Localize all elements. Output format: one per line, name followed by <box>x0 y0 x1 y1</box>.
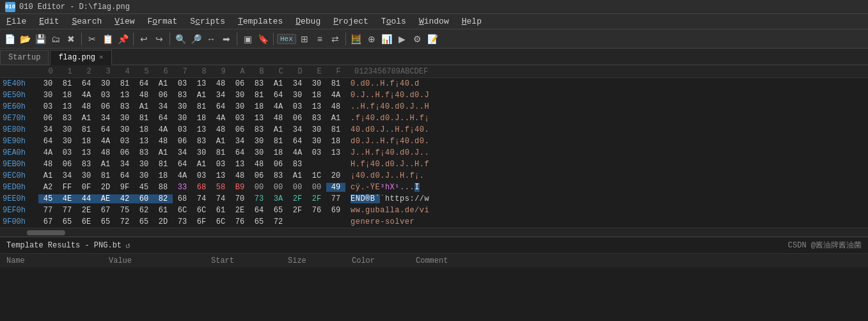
save-button[interactable]: 💾 <box>33 32 47 46</box>
tab-flag-png[interactable]: flag.png × <box>50 50 111 65</box>
open-button[interactable]: 📂 <box>18 32 32 46</box>
byte-1[interactable]: 81 <box>58 79 77 88</box>
ascii-9e90: d0.J..H.f¡40.d0. <box>351 137 440 146</box>
horizontal-scrollbar[interactable] <box>0 228 868 237</box>
col-7: 7 <box>175 67 194 76</box>
sep5 <box>273 33 274 45</box>
row-9e80: 9E80h 34 30 81 64 30 18 4A 03 13 48 06 8… <box>0 124 868 136</box>
undo-button[interactable]: ↩ <box>137 32 151 46</box>
ascii-9f00: genere-solver <box>351 217 440 226</box>
paste-button[interactable]: 📌 <box>116 32 130 46</box>
template-button[interactable]: 📝 <box>426 32 440 46</box>
row-9f00: 9F00h 67 65 6E 65 72 65 2D 73 6F 6C 76 6… <box>0 216 868 228</box>
byte-9[interactable]: 48 <box>211 79 230 88</box>
row-9ed0: 9ED0h A2 FF 0F 2D 9F 45 88 33 68 58 B9 0… <box>0 182 868 193</box>
byte-c[interactable]: A1 <box>269 79 288 88</box>
ascii-9ee0: END®B``https://w <box>351 194 440 203</box>
menu-view[interactable]: View <box>108 14 141 29</box>
ascii-9eb0: H.f¡40.d0.J..H.f <box>351 160 440 169</box>
menu-search[interactable]: Search <box>65 14 108 29</box>
byte-3[interactable]: 30 <box>96 79 115 88</box>
ascii-9e40: 0.d0..H.f¡40.d <box>351 79 440 88</box>
menu-debug[interactable]: Debug <box>289 14 327 29</box>
endian-button[interactable]: ⇄ <box>328 32 342 46</box>
menu-edit[interactable]: Edit <box>33 14 65 29</box>
compare-button[interactable]: ⊕ <box>365 32 379 46</box>
menu-tools[interactable]: Tools <box>375 14 413 29</box>
byte-5[interactable]: 64 <box>134 79 154 88</box>
row-9e90: 9E90h 64 30 18 4A 03 13 48 06 83 A1 34 3… <box>0 136 868 147</box>
col-c: C <box>271 67 290 76</box>
ascii-9ea0: J..H.f¡40.d0.J.. <box>351 148 440 157</box>
row-9ef0: 9EF0h 77 77 2E 67 75 62 61 6C 6C 61 2E 6… <box>0 205 868 216</box>
ascii-header: 0123456789ABCDEF <box>354 67 428 76</box>
menu-format[interactable]: Format <box>141 14 184 29</box>
close-button[interactable]: ✖ <box>64 32 78 46</box>
byte-0[interactable]: 30 <box>38 79 58 88</box>
select-button[interactable]: ▣ <box>241 32 255 46</box>
menu-file[interactable]: File <box>0 14 33 29</box>
addr-9e80: 9E80h <box>0 125 38 134</box>
col-1: 1 <box>60 67 79 76</box>
find-button[interactable]: 🔍 <box>173 32 187 46</box>
addr-9eb0: 9EB0h <box>0 160 38 169</box>
byte-8[interactable]: 13 <box>192 79 211 88</box>
byte-f[interactable]: 81 <box>326 79 345 88</box>
byte-6[interactable]: A1 <box>154 79 173 88</box>
menu-window[interactable]: Window <box>413 14 455 29</box>
byte-b[interactable]: 83 <box>249 79 269 88</box>
row-9ec0: 9EC0h A1 34 30 81 64 30 18 4A 03 13 48 0… <box>0 170 868 182</box>
replace-button[interactable]: ↔ <box>204 32 218 46</box>
addr-9ed0: 9ED0h <box>0 183 38 192</box>
new-button[interactable]: 📄 <box>3 32 17 46</box>
copy-button[interactable]: 📋 <box>100 32 114 46</box>
cut-button[interactable]: ✂ <box>85 32 99 46</box>
col-button[interactable]: ≡ <box>313 32 327 46</box>
col-4: 4 <box>118 67 137 76</box>
template-table-header: Name Value Start Size Color Comment <box>0 253 868 267</box>
template-results-icon[interactable]: ↺ <box>125 240 130 251</box>
run-button[interactable]: ▶ <box>395 32 409 46</box>
template-results-bar: Template Results - PNG.bt ↺ CSDN @酱油牌酱油菌 <box>0 237 868 253</box>
goto-button[interactable]: ➡ <box>219 32 233 46</box>
col-comment: Comment <box>416 256 544 265</box>
menu-project[interactable]: Project <box>327 14 375 29</box>
bookmark-button[interactable]: 🔖 <box>256 32 270 46</box>
addr-9ec0: 9EC0h <box>0 171 38 180</box>
hex-data-area: 9E40h 30 81 64 30 81 64 A1 03 13 48 06 8… <box>0 78 868 228</box>
byte-2[interactable]: 64 <box>77 79 96 88</box>
menu-templates[interactable]: Templates <box>232 14 289 29</box>
addr-9ea0: 9EA0h <box>0 148 38 157</box>
col-0: 0 <box>41 67 60 76</box>
hex-mode-button[interactable]: ⊞ <box>297 32 312 46</box>
byte-d[interactable]: 34 <box>288 79 307 88</box>
find-all-button[interactable]: 🔎 <box>189 32 203 46</box>
col-9: 9 <box>214 67 233 76</box>
ascii-9ed0: cÿ.-ŸE³hX¹...I <box>351 183 440 192</box>
tab-close-button[interactable]: × <box>99 54 104 61</box>
tab-bar: Startup flag.png × <box>0 49 868 65</box>
ascii-9e50: 0.J..H.f¡40.d0.J <box>351 91 440 100</box>
col-6: 6 <box>156 67 175 76</box>
chart-button[interactable]: 📊 <box>380 32 394 46</box>
menu-scripts[interactable]: Scripts <box>184 14 232 29</box>
byte-e[interactable]: 30 <box>307 79 326 88</box>
debug-run-button[interactable]: ⚙ <box>411 32 425 46</box>
byte-a[interactable]: 06 <box>230 79 249 88</box>
ascii-9ec0: ¡40.d0.J..H.f¡. <box>351 171 440 180</box>
addr-9f00: 9F00h <box>0 217 38 226</box>
byte-7[interactable]: 03 <box>173 79 192 88</box>
calc-button[interactable]: 🧮 <box>349 32 363 46</box>
save-all-button[interactable]: 🗂 <box>49 32 63 46</box>
sep3 <box>170 33 170 45</box>
byte-4[interactable]: 81 <box>115 79 134 88</box>
redo-button[interactable]: ↪ <box>152 32 166 46</box>
hex-label: Hex <box>277 34 296 44</box>
col-size: Size <box>288 256 352 265</box>
ascii-9e70: .f¡40.d0.J..H.f¡ <box>351 114 440 123</box>
col-2: 2 <box>79 67 99 76</box>
scrollbar-thumb[interactable] <box>27 230 65 235</box>
menu-help[interactable]: Help <box>455 14 488 29</box>
tab-startup[interactable]: Startup <box>0 50 49 65</box>
row-9e60: 9E60h 03 13 48 06 83 A1 34 30 81 64 30 1… <box>0 101 868 113</box>
